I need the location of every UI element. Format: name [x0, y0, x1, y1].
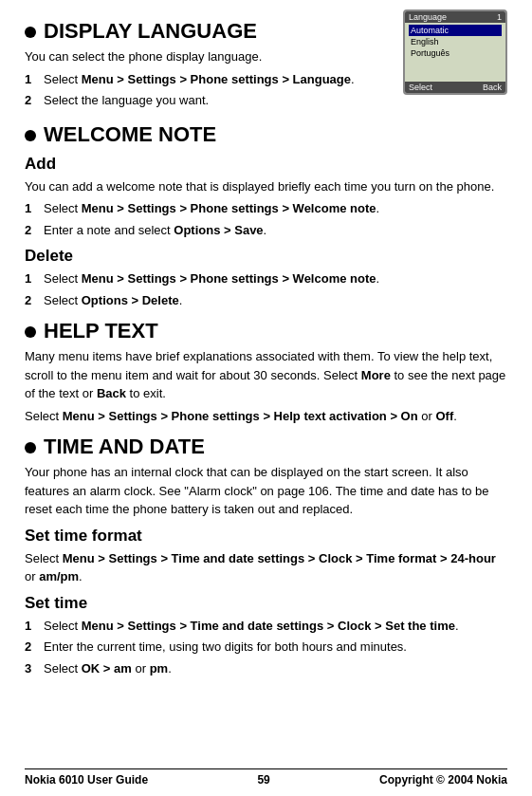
- content-area: DISPLAY LANGUAGE You can select the phon…: [25, 9, 507, 718]
- display-language-heading: DISPLAY LANGUAGE: [25, 19, 403, 44]
- footer-title: Nokia 6010 User Guide: [25, 773, 148, 787]
- delete-step-2: 2 Select Options > Delete.: [25, 291, 507, 310]
- phone-bottom-bar: Select Back: [405, 82, 505, 93]
- display-language-step-2: 2 Select the language you want.: [25, 91, 403, 110]
- help-text-body2: Select Menu > Settings > Phone settings …: [25, 407, 507, 426]
- bullet-dot-4: [25, 442, 36, 454]
- page-container: DISPLAY LANGUAGE You can select the phon…: [0, 0, 532, 796]
- bullet-dot-1: [25, 27, 36, 38]
- help-text-body1: Many menu items have brief explanations …: [25, 347, 507, 403]
- step-text: Select Menu > Settings > Phone settings …: [44, 269, 507, 288]
- step-text: Select Menu > Settings > Time and date s…: [44, 617, 507, 636]
- phone-menu-item-1: Automatic: [409, 25, 502, 36]
- time-and-date-heading: TIME AND DATE: [25, 435, 507, 459]
- step-text: Select Menu > Settings > Phone settings …: [44, 199, 507, 218]
- step-text: Select Options > Delete.: [44, 291, 507, 310]
- delete-heading: Delete: [25, 247, 507, 266]
- phone-menu-item-3: Português: [409, 47, 502, 59]
- delete-step-1: 1 Select Menu > Settings > Phone setting…: [25, 269, 507, 288]
- welcome-note-heading: WELCOME NOTE: [25, 122, 507, 147]
- display-language-step-1: 1 Select Menu > Settings > Phone setting…: [25, 70, 403, 89]
- bullet-dot-3: [25, 326, 36, 338]
- set-time-format-body: Select Menu > Settings > Time and date s…: [25, 549, 507, 586]
- display-language-section: DISPLAY LANGUAGE You can select the phon…: [25, 9, 507, 113]
- add-step-1: 1 Select Menu > Settings > Phone setting…: [25, 199, 507, 218]
- display-language-intro: You can select the phone display languag…: [25, 47, 403, 66]
- bullet-dot-2: [25, 130, 36, 141]
- step-text: Select OK > am or pm.: [44, 659, 507, 678]
- step-text: Select the language you want.: [44, 91, 403, 110]
- add-intro: You can add a welcome note that is displ…: [25, 177, 507, 196]
- footer-copyright: Copyright © 2004 Nokia: [379, 773, 507, 787]
- display-language-left: DISPLAY LANGUAGE You can select the phon…: [25, 9, 403, 113]
- add-heading: Add: [25, 155, 507, 174]
- set-time-heading: Set time: [25, 594, 507, 613]
- time-and-date-intro: Your phone has an internal clock that ca…: [25, 463, 507, 519]
- step-text: Select Menu > Settings > Phone settings …: [44, 70, 403, 89]
- add-step-2: 2 Enter a note and select Options > Save…: [25, 221, 507, 240]
- help-text-section: HELP TEXT Many menu items have brief exp…: [25, 319, 507, 425]
- phone-ui-mockup: Language 1 Automatic English Português: [403, 9, 507, 95]
- set-time-step-3: 3 Select OK > am or pm.: [25, 659, 507, 678]
- welcome-note-section: WELCOME NOTE Add You can add a welcome n…: [25, 122, 507, 310]
- step-text: Enter the current time, using two digits…: [44, 638, 507, 657]
- set-time-format-heading: Set time format: [25, 527, 507, 546]
- set-time-step-1: 1 Select Menu > Settings > Time and date…: [25, 617, 507, 636]
- step-text: Enter a note and select Options > Save.: [44, 221, 507, 240]
- phone-screen-body: Automatic English Português: [405, 23, 505, 82]
- help-text-heading: HELP TEXT: [25, 319, 507, 343]
- footer-page-number: 59: [257, 773, 269, 787]
- time-and-date-section: TIME AND DATE Your phone has an internal…: [25, 435, 507, 677]
- phone-title-bar: Language 1: [405, 11, 505, 23]
- set-time-step-2: 2 Enter the current time, using two digi…: [25, 638, 507, 657]
- phone-menu-item-2: English: [409, 36, 502, 47]
- page-footer: Nokia 6010 User Guide 59 Copyright © 200…: [25, 768, 507, 787]
